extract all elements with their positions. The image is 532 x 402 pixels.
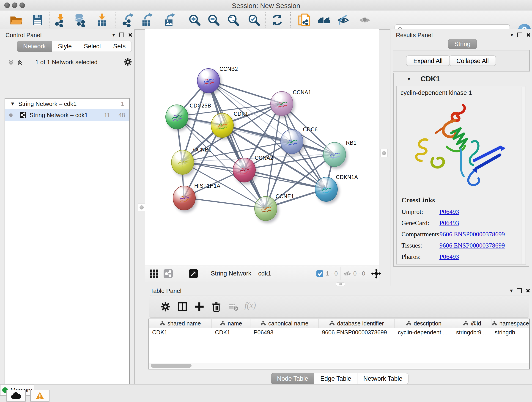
pan-crosshair-icon[interactable] <box>371 269 381 279</box>
tab-select[interactable]: Select <box>78 41 107 52</box>
network-node-ccna1[interactable] <box>270 91 293 116</box>
collapse-all-tree-icon[interactable] <box>8 59 14 67</box>
tab-network[interactable]: Network <box>17 41 52 52</box>
zoom-out-icon[interactable] <box>207 13 220 27</box>
tab-network-table[interactable]: Network Table <box>357 373 409 384</box>
open-in-window-icon[interactable] <box>188 269 198 279</box>
network-node-ccnb1[interactable] <box>171 150 194 175</box>
grid-view-icon[interactable] <box>149 269 159 279</box>
delete-column-icon[interactable] <box>210 301 222 313</box>
network-node-cdc6[interactable] <box>280 129 303 154</box>
selected-checkbox-icon[interactable] <box>316 270 323 277</box>
float-panel-icon[interactable] <box>517 32 522 37</box>
tab-style[interactable]: Style <box>52 41 78 52</box>
network-collection-row[interactable]: ▼ String Network – cdk1 1 <box>5 99 129 109</box>
preview-eye-icon[interactable] <box>358 13 372 27</box>
column-header-namespace[interactable]: namespace <box>491 319 529 328</box>
right-splitter-handle[interactable] <box>380 149 388 157</box>
column-header-name[interactable]: name <box>212 319 250 328</box>
warnings-button[interactable] <box>30 390 50 402</box>
table-row[interactable]: CDK1CDK1P064939606.ENSP00000378699cyclin… <box>149 328 529 337</box>
crosslink-link[interactable]: 9606.ENSP00000378699 <box>439 242 505 249</box>
close-panel-icon[interactable] <box>526 33 531 37</box>
export-image-icon[interactable] <box>163 13 177 27</box>
network-canvas[interactable]: CCNB2 CCNA1 CDC25B CDK1 CDC6 RB1 CCNB1 C… <box>145 29 379 265</box>
network-node-ccnb2[interactable] <box>197 68 220 93</box>
zoom-selected-icon[interactable] <box>247 13 261 27</box>
crosslink-label: Uniprot: <box>401 208 439 216</box>
add-column-icon[interactable] <box>194 301 205 313</box>
delete-table-icon[interactable] <box>228 301 239 313</box>
tab-sets[interactable]: Sets <box>107 41 132 52</box>
string-home-icon[interactable] <box>317 13 331 27</box>
toolbar-separator <box>340 267 341 280</box>
expand-all-tree-icon[interactable] <box>17 59 23 67</box>
table-cell: stringdb <box>491 328 529 337</box>
crosslink-link[interactable]: 9606.ENSP00000378699 <box>439 230 505 238</box>
crosslink-row: Pharos:P06493 <box>401 253 520 260</box>
zoom-fit-icon[interactable] <box>226 13 240 27</box>
tab-string[interactable]: String <box>448 39 477 49</box>
close-panel-icon[interactable] <box>526 288 530 293</box>
network-node-rb1[interactable] <box>323 142 346 167</box>
entry-expander-icon[interactable]: ▼ <box>406 76 412 82</box>
results-scrollbar[interactable] <box>521 87 525 264</box>
tree-expander-icon[interactable]: ▼ <box>10 101 15 107</box>
left-splitter-handle[interactable] <box>138 204 145 211</box>
panel-menu-icon[interactable]: ▾ <box>510 287 513 294</box>
network-node-hist1h1a[interactable] <box>173 186 196 211</box>
network-node-ccna2[interactable] <box>233 158 256 182</box>
float-panel-icon[interactable] <box>517 288 522 293</box>
network-node-cdkn1a[interactable] <box>315 177 338 202</box>
zoom-in-icon[interactable] <box>188 13 201 27</box>
import-network-file-icon[interactable] <box>53 13 67 27</box>
hidden-eye-icon[interactable] <box>343 270 351 277</box>
crosslink-link[interactable]: P06493 <box>439 208 459 216</box>
column-header-description[interactable]: description <box>394 319 453 328</box>
import-network-database-icon[interactable] <box>73 13 87 27</box>
scrollbar-thumb[interactable] <box>151 364 191 368</box>
export-table-icon[interactable] <box>140 13 154 27</box>
tab-edge-table[interactable]: Edge Table <box>314 373 357 384</box>
entry-description: cyclin-dependent kinase 1 <box>397 86 526 96</box>
main-toolbar: ? <box>0 11 532 30</box>
apply-layout-icon[interactable] <box>270 13 284 27</box>
save-session-icon[interactable] <box>31 13 44 27</box>
column-label: description <box>414 320 442 327</box>
protein-thumbnail <box>176 190 193 207</box>
network-label: String Network – cdk1 <box>30 112 88 119</box>
column-attribute-icon <box>220 321 225 326</box>
entry-name: CDK1 <box>421 75 440 83</box>
results-panel: Results Panel ▾ String Expand All Collap… <box>390 29 532 286</box>
panel-menu-icon[interactable]: ▾ <box>510 32 513 38</box>
bottom-splitter-handle[interactable] <box>336 282 345 286</box>
panel-menu-icon[interactable]: ▾ <box>112 32 115 38</box>
function-builder-icon[interactable]: f(x) <box>244 300 256 310</box>
collapse-all-button[interactable]: Collapse All <box>449 56 496 66</box>
copy-network-icon[interactable] <box>298 13 311 27</box>
entry-header[interactable]: ▼ CDK1 <box>394 73 529 85</box>
cloud-button[interactable] <box>6 390 26 402</box>
table-options-gear-icon[interactable] <box>160 301 171 313</box>
network-options-gear-icon[interactable] <box>123 57 133 66</box>
expand-all-button[interactable]: Expand All <box>406 56 450 66</box>
import-table-icon[interactable] <box>95 13 109 27</box>
crosslink-link[interactable]: P06493 <box>439 253 459 260</box>
column-header-sharedname[interactable]: shared name <box>149 319 212 328</box>
tab-node-table[interactable]: Node Table <box>271 373 314 384</box>
column-header-databaseidentifier[interactable]: database identifier <box>319 319 394 328</box>
close-panel-icon[interactable] <box>128 33 133 37</box>
open-file-icon[interactable] <box>9 13 23 27</box>
float-panel-icon[interactable] <box>119 32 124 37</box>
crosslink-link[interactable]: P06493 <box>439 219 459 227</box>
show-columns-icon[interactable] <box>177 301 188 313</box>
network-node-cdk1[interactable] <box>211 113 234 138</box>
network-row[interactable]: String Network – cdk1 11 48 <box>5 109 129 121</box>
network-node-cdc25b[interactable] <box>165 104 188 129</box>
export-network-icon[interactable] <box>121 13 135 27</box>
network-node-ccne1[interactable] <box>254 196 277 221</box>
column-header-id[interactable]: @id <box>453 319 492 328</box>
network-view-icon[interactable] <box>163 269 173 279</box>
column-header-canonicalname[interactable]: canonical name <box>250 319 319 328</box>
show-hide-eye-icon[interactable] <box>336 13 350 27</box>
